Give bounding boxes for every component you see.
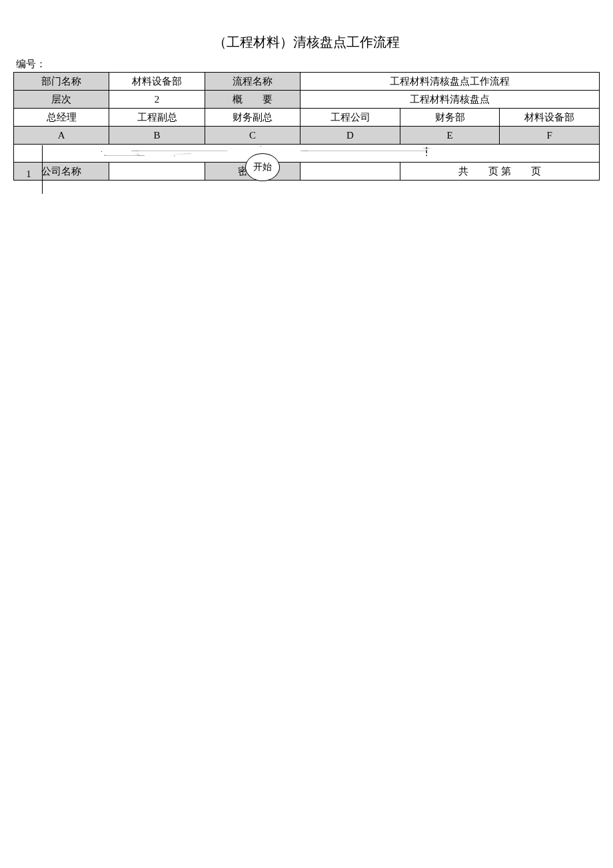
h3c3: 财务副总 <box>205 109 300 127</box>
h4c4: D <box>301 127 400 145</box>
h3c6: 材料设备部 <box>500 109 600 127</box>
h2c3: 概 要 <box>205 91 300 109</box>
h4c1: A <box>14 127 109 145</box>
row-num-1: 1 <box>15 145 43 194</box>
h1c1: 部门名称 <box>14 73 109 91</box>
h2c2: 2 <box>109 91 205 109</box>
h4c3: C <box>205 127 300 145</box>
header-row-1: 部门名称 材料设备部 流程名称 工程材料清核盘点工作流程 <box>14 73 600 91</box>
h3c4: 工程公司 <box>301 109 400 127</box>
header-row-3: 总经理 工程副总 财务副总 工程公司 财务部 材料设备部 <box>14 109 600 127</box>
h4c6: F <box>500 127 600 145</box>
flow-diagram: 1 2 3 4 5 6 7 8 9 10 11 <box>15 145 598 161</box>
page-title: （工程材料）清核盘点工作流程 <box>13 33 600 51</box>
header-row-4: A B C D E F <box>14 127 600 145</box>
h4c5: E <box>400 127 500 145</box>
bianhao-label: 编号： <box>16 58 600 71</box>
h3c5: 财务部 <box>400 109 500 127</box>
svg-line-9 <box>133 154 191 155</box>
h3c2: 工程副总 <box>109 109 205 127</box>
start-terminator: 开始 <box>245 153 280 181</box>
f-c4 <box>301 163 400 181</box>
h2c4: 工程材料清核盘点 <box>301 91 600 109</box>
h1c4: 工程材料清核盘点工作流程 <box>301 73 600 91</box>
footer-row: 公司名称 密 级 共 页 第 页 <box>14 163 600 181</box>
header-row-2: 层次 2 概 要 工程材料清核盘点 <box>14 91 600 109</box>
h2c1: 层次 <box>14 91 109 109</box>
header-table: 部门名称 材料设备部 流程名称 工程材料清核盘点工作流程 层次 2 概 要 工程… <box>13 72 600 181</box>
f-c2 <box>109 163 205 181</box>
h1c2: 材料设备部 <box>109 73 205 91</box>
h3c1: 总经理 <box>14 109 109 127</box>
h1c3: 流程名称 <box>205 73 300 91</box>
f-c5: 共 页 第 页 <box>400 163 599 181</box>
h4c2: B <box>109 127 205 145</box>
